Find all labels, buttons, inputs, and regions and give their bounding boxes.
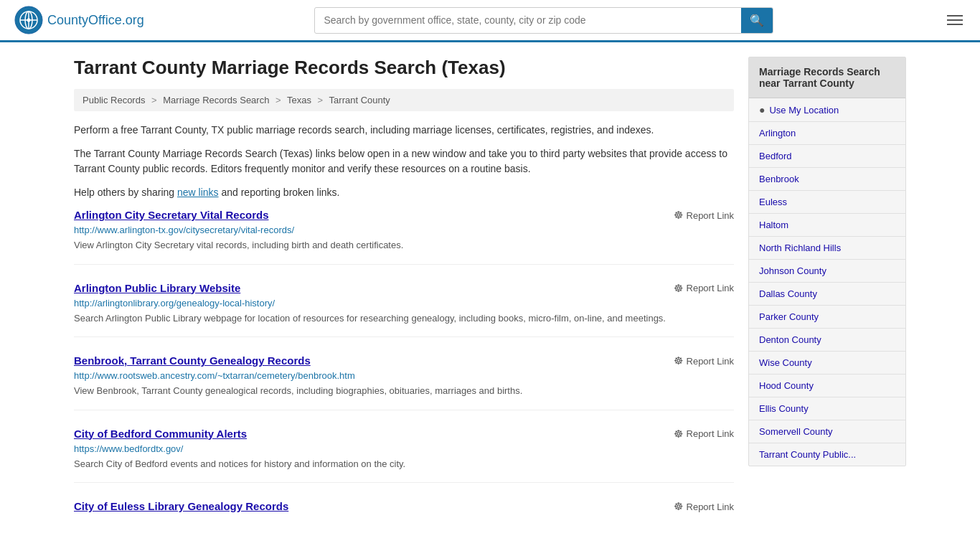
sidebar-header: Marriage Records Search near Tarrant Cou…	[749, 57, 905, 98]
result-title[interactable]: City of Bedford Community Alerts	[74, 428, 247, 440]
sidebar-box: Marriage Records Search near Tarrant Cou…	[748, 57, 906, 466]
breadcrumb-separator: >	[275, 95, 281, 105]
sidebar-item-tarrant-county-public[interactable]: Tarrant County Public...	[749, 443, 905, 466]
result-url[interactable]: http://www.arlington-tx.gov/citysecretar…	[74, 225, 734, 235]
sidebar: Marriage Records Search near Tarrant Cou…	[748, 57, 906, 545]
menu-button[interactable]	[944, 12, 966, 28]
search-icon: 🔍	[750, 14, 764, 27]
breadcrumb-link-texas[interactable]: Texas	[287, 95, 311, 105]
sidebar-item-bedford[interactable]: Bedford	[749, 145, 905, 168]
result-item: Arlington Public Library Website ☸ Repor…	[74, 282, 734, 338]
breadcrumb-current: Tarrant County	[329, 95, 390, 105]
report-icon: ☸	[674, 209, 683, 222]
report-icon: ☸	[674, 428, 683, 441]
result-title[interactable]: Arlington City Secretary Vital Records	[74, 209, 268, 221]
description-para1: Perform a free Tarrant County, TX public…	[74, 123, 734, 138]
result-desc: View Arlington City Secretary vital reco…	[74, 238, 734, 253]
logo-icon	[14, 6, 43, 34]
svg-point-5	[27, 19, 31, 22]
search-input[interactable]	[315, 9, 741, 32]
sidebar-item-benbrook[interactable]: Benbrook	[749, 168, 905, 191]
sidebar-item-euless[interactable]: Euless	[749, 191, 905, 214]
content-area: Tarrant County Marriage Records Search (…	[74, 57, 734, 545]
menu-icon	[947, 24, 963, 25]
logo-text: CountyOffice.org	[47, 13, 144, 28]
report-link-button[interactable]: ☸ Report Link	[674, 354, 734, 367]
result-header: Benbrook, Tarrant County Genealogy Recor…	[74, 354, 734, 367]
breadcrumb-link-public-records[interactable]: Public Records	[83, 95, 145, 105]
breadcrumb-separator: >	[151, 95, 157, 105]
sidebar-item-north-richland-hills[interactable]: North Richland Hills	[749, 237, 905, 260]
sidebar-item-arlington[interactable]: Arlington	[749, 122, 905, 145]
result-item: City of Euless Library Genealogy Records…	[74, 500, 734, 527]
description-para2: The Tarrant County Marriage Records Sear…	[74, 146, 734, 176]
breadcrumb: Public Records > Marriage Records Search…	[74, 89, 734, 111]
report-icon: ☸	[674, 500, 683, 513]
sidebar-item-hood-county[interactable]: Hood County	[749, 375, 905, 397]
report-link-button[interactable]: ☸ Report Link	[674, 282, 734, 295]
description-para3: Help others by sharing new links and rep…	[74, 185, 734, 200]
result-header: Arlington Public Library Website ☸ Repor…	[74, 282, 734, 295]
result-desc: View Benbrook, Tarrant County genealogic…	[74, 384, 734, 398]
sidebar-item-somervell-county[interactable]: Somervell County	[749, 420, 905, 443]
new-links-link[interactable]: new links	[177, 187, 219, 198]
report-icon: ☸	[674, 354, 683, 367]
sidebar-item-haltom[interactable]: Haltom	[749, 214, 905, 237]
result-title[interactable]: City of Euless Library Genealogy Records	[74, 500, 288, 512]
result-url[interactable]: http://arlingtonlibrary.org/genealogy-lo…	[74, 298, 734, 309]
result-item: Arlington City Secretary Vital Records ☸…	[74, 209, 734, 265]
report-link-button[interactable]: ☸ Report Link	[674, 500, 734, 513]
menu-icon	[947, 15, 963, 17]
report-icon: ☸	[674, 282, 683, 295]
use-my-location[interactable]: ● Use My Location	[749, 98, 905, 122]
breadcrumb-separator: >	[318, 95, 324, 105]
site-header: CountyOffice.org 🔍	[0, 0, 980, 42]
sidebar-item-parker-county[interactable]: Parker County	[749, 306, 905, 329]
main-wrapper: Tarrant County Marriage Records Search (…	[60, 42, 920, 551]
result-header: City of Bedford Community Alerts ☸ Repor…	[74, 428, 734, 441]
search-bar: 🔍	[314, 7, 773, 34]
result-url[interactable]: http://www.rootsweb.ancestry.com/~txtarr…	[74, 370, 734, 381]
breadcrumb-link-marriage-records[interactable]: Marriage Records Search	[163, 95, 269, 105]
result-title[interactable]: Benbrook, Tarrant County Genealogy Recor…	[74, 354, 311, 367]
sidebar-item-wise-county[interactable]: Wise County	[749, 352, 905, 375]
sidebar-item-denton-county[interactable]: Denton County	[749, 329, 905, 352]
result-url[interactable]: https://www.bedfordtx.gov/	[74, 443, 734, 454]
sidebar-item-johnson-county[interactable]: Johnson County	[749, 260, 905, 283]
sidebar-item-ellis-county[interactable]: Ellis County	[749, 397, 905, 420]
search-button[interactable]: 🔍	[741, 8, 773, 33]
result-desc: Search Arlington Public Library webpage …	[74, 311, 734, 326]
sidebar-item-dallas-county[interactable]: Dallas County	[749, 283, 905, 306]
report-link-button[interactable]: ☸ Report Link	[674, 209, 734, 222]
result-header: Arlington City Secretary Vital Records ☸…	[74, 209, 734, 222]
location-pin-icon: ●	[759, 104, 765, 116]
result-desc: Search City of Bedford events and notice…	[74, 457, 734, 471]
menu-icon	[947, 19, 963, 21]
result-item: Benbrook, Tarrant County Genealogy Recor…	[74, 354, 734, 410]
page-title: Tarrant County Marriage Records Search (…	[74, 57, 734, 79]
report-link-button[interactable]: ☸ Report Link	[674, 428, 734, 441]
result-header: City of Euless Library Genealogy Records…	[74, 500, 734, 513]
results-list: Arlington City Secretary Vital Records ☸…	[74, 209, 734, 527]
result-title[interactable]: Arlington Public Library Website	[74, 282, 240, 294]
result-item: City of Bedford Community Alerts ☸ Repor…	[74, 428, 734, 484]
logo[interactable]: CountyOffice.org	[14, 6, 144, 34]
